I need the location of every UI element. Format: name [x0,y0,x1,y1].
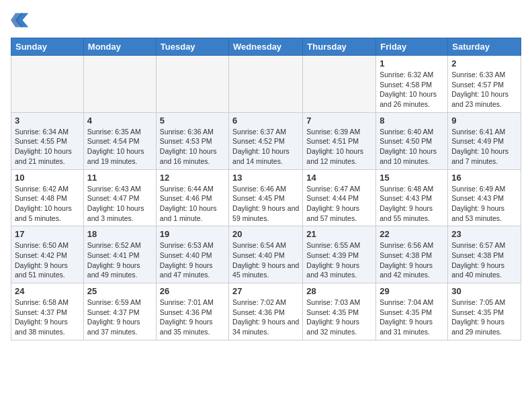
calendar-cell: 25Sunrise: 6:59 AMSunset: 4:37 PMDayligh… [83,283,156,340]
day-info: Sunrise: 6:34 AMSunset: 4:55 PMDaylight:… [15,127,80,167]
calendar-cell: 28Sunrise: 7:03 AMSunset: 4:35 PMDayligh… [303,283,376,340]
calendar-week-row: 10Sunrise: 6:42 AMSunset: 4:48 PMDayligh… [11,169,521,226]
calendar-cell [156,56,228,113]
day-info: Sunrise: 6:35 AMSunset: 4:54 PMDaylight:… [87,127,152,167]
day-number: 16 [451,173,517,183]
day-number: 14 [306,173,372,183]
day-number: 1 [380,58,444,68]
day-number: 20 [232,229,299,239]
weekday-header-thursday: Thursday [303,38,376,56]
day-info: Sunrise: 7:04 AMSunset: 4:35 PMDaylight:… [380,298,444,337]
day-info: Sunrise: 6:59 AMSunset: 4:37 PMDaylight:… [87,298,152,337]
day-info: Sunrise: 6:42 AMSunset: 4:48 PMDaylight:… [15,184,80,224]
calendar-cell: 4Sunrise: 6:35 AMSunset: 4:54 PMDaylight… [83,112,156,169]
day-number: 18 [87,229,152,239]
day-info: Sunrise: 6:57 AMSunset: 4:38 PMDaylight:… [451,240,517,280]
calendar-week-row: 1Sunrise: 6:32 AMSunset: 4:58 PMDaylight… [11,56,521,113]
day-info: Sunrise: 6:36 AMSunset: 4:53 PMDaylight:… [160,127,225,167]
calendar-cell: 2Sunrise: 6:33 AMSunset: 4:57 PMDaylight… [448,56,521,113]
day-number: 3 [15,116,80,126]
day-number: 7 [306,116,372,126]
day-number: 15 [380,173,444,183]
calendar-cell: 7Sunrise: 6:39 AMSunset: 4:51 PMDaylight… [303,112,376,169]
calendar-cell [303,56,376,113]
calendar: SundayMondayTuesdayWednesdayThursdayFrid… [11,38,521,340]
weekday-header-wednesday: Wednesday [229,38,303,56]
calendar-cell: 16Sunrise: 6:49 AMSunset: 4:43 PMDayligh… [448,169,521,226]
day-number: 30 [451,286,517,296]
day-info: Sunrise: 7:05 AMSunset: 4:35 PMDaylight:… [451,298,517,337]
calendar-cell: 9Sunrise: 6:41 AMSunset: 4:49 PMDaylight… [448,112,521,169]
day-number: 22 [380,229,444,239]
day-info: Sunrise: 7:02 AMSunset: 4:36 PMDaylight:… [232,298,299,337]
day-info: Sunrise: 6:56 AMSunset: 4:38 PMDaylight:… [380,240,444,280]
day-number: 26 [160,286,225,296]
day-number: 10 [15,173,80,183]
calendar-cell: 14Sunrise: 6:47 AMSunset: 4:44 PMDayligh… [303,169,376,226]
day-number: 28 [306,286,372,296]
logo [11,11,32,30]
day-info: Sunrise: 6:50 AMSunset: 4:42 PMDaylight:… [15,240,80,280]
logo-icon [11,11,30,30]
day-number: 24 [15,286,80,296]
day-info: Sunrise: 6:41 AMSunset: 4:49 PMDaylight:… [451,127,517,167]
day-number: 2 [451,58,517,68]
calendar-cell: 8Sunrise: 6:40 AMSunset: 4:50 PMDaylight… [376,112,448,169]
day-info: Sunrise: 6:58 AMSunset: 4:37 PMDaylight:… [15,298,80,337]
day-number: 11 [87,173,152,183]
day-number: 12 [160,173,225,183]
day-info: Sunrise: 6:43 AMSunset: 4:47 PMDaylight:… [87,184,152,224]
day-info: Sunrise: 6:37 AMSunset: 4:52 PMDaylight:… [232,127,299,167]
calendar-cell: 6Sunrise: 6:37 AMSunset: 4:52 PMDaylight… [229,112,303,169]
calendar-cell: 18Sunrise: 6:52 AMSunset: 4:41 PMDayligh… [83,226,156,283]
calendar-week-row: 24Sunrise: 6:58 AMSunset: 4:37 PMDayligh… [11,283,521,340]
day-info: Sunrise: 6:32 AMSunset: 4:58 PMDaylight:… [380,70,444,109]
calendar-cell: 12Sunrise: 6:44 AMSunset: 4:46 PMDayligh… [156,169,228,226]
day-info: Sunrise: 6:44 AMSunset: 4:46 PMDaylight:… [160,184,225,224]
day-number: 4 [87,116,152,126]
calendar-week-row: 3Sunrise: 6:34 AMSunset: 4:55 PMDaylight… [11,112,521,169]
calendar-cell: 11Sunrise: 6:43 AMSunset: 4:47 PMDayligh… [83,169,156,226]
day-number: 6 [232,116,299,126]
calendar-cell [83,56,156,113]
header [11,11,521,30]
day-info: Sunrise: 6:54 AMSunset: 4:40 PMDaylight:… [232,240,299,280]
day-number: 27 [232,286,299,296]
day-number: 19 [160,229,225,239]
day-info: Sunrise: 6:55 AMSunset: 4:39 PMDaylight:… [306,240,372,280]
weekday-header-monday: Monday [83,38,156,56]
calendar-cell: 5Sunrise: 6:36 AMSunset: 4:53 PMDaylight… [156,112,228,169]
calendar-cell [229,56,303,113]
day-info: Sunrise: 6:40 AMSunset: 4:50 PMDaylight:… [380,127,444,167]
weekday-header-tuesday: Tuesday [156,38,228,56]
day-number: 9 [451,116,517,126]
day-number: 29 [380,286,444,296]
day-number: 17 [15,229,80,239]
day-info: Sunrise: 6:33 AMSunset: 4:57 PMDaylight:… [451,70,517,109]
day-number: 23 [451,229,517,239]
calendar-cell: 19Sunrise: 6:53 AMSunset: 4:40 PMDayligh… [156,226,228,283]
day-number: 8 [380,116,444,126]
calendar-cell: 10Sunrise: 6:42 AMSunset: 4:48 PMDayligh… [11,169,84,226]
day-info: Sunrise: 6:49 AMSunset: 4:43 PMDaylight:… [451,184,517,224]
calendar-cell: 17Sunrise: 6:50 AMSunset: 4:42 PMDayligh… [11,226,84,283]
weekday-header-saturday: Saturday [448,38,521,56]
calendar-cell: 22Sunrise: 6:56 AMSunset: 4:38 PMDayligh… [376,226,448,283]
day-number: 25 [87,286,152,296]
calendar-cell: 26Sunrise: 7:01 AMSunset: 4:36 PMDayligh… [156,283,228,340]
day-info: Sunrise: 6:46 AMSunset: 4:45 PMDaylight:… [232,184,299,224]
calendar-cell: 3Sunrise: 6:34 AMSunset: 4:55 PMDaylight… [11,112,84,169]
calendar-cell: 29Sunrise: 7:04 AMSunset: 4:35 PMDayligh… [376,283,448,340]
calendar-cell: 24Sunrise: 6:58 AMSunset: 4:37 PMDayligh… [11,283,84,340]
day-info: Sunrise: 7:01 AMSunset: 4:36 PMDaylight:… [160,298,225,337]
day-number: 13 [232,173,299,183]
calendar-cell [11,56,84,113]
day-info: Sunrise: 6:52 AMSunset: 4:41 PMDaylight:… [87,240,152,280]
day-info: Sunrise: 7:03 AMSunset: 4:35 PMDaylight:… [306,298,372,337]
calendar-cell: 1Sunrise: 6:32 AMSunset: 4:58 PMDaylight… [376,56,448,113]
calendar-week-row: 17Sunrise: 6:50 AMSunset: 4:42 PMDayligh… [11,226,521,283]
calendar-cell: 30Sunrise: 7:05 AMSunset: 4:35 PMDayligh… [448,283,521,340]
calendar-cell: 21Sunrise: 6:55 AMSunset: 4:39 PMDayligh… [303,226,376,283]
calendar-cell: 20Sunrise: 6:54 AMSunset: 4:40 PMDayligh… [229,226,303,283]
calendar-cell: 15Sunrise: 6:48 AMSunset: 4:43 PMDayligh… [376,169,448,226]
